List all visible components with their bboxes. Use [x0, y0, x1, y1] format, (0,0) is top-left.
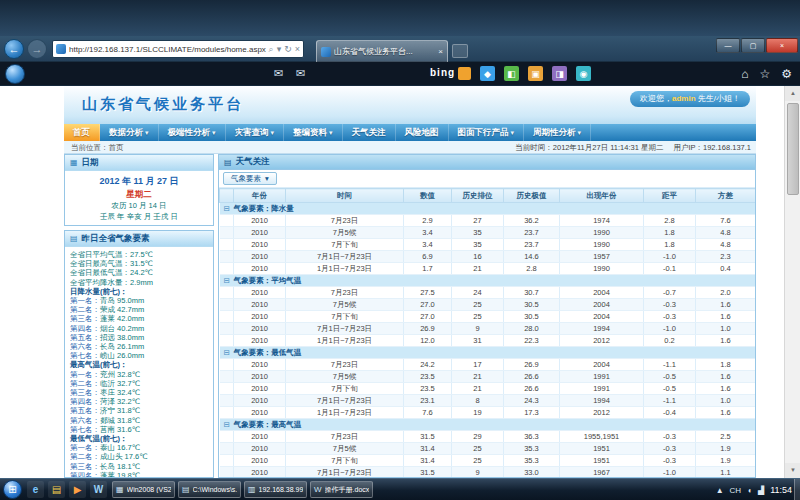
- column-header[interactable]: 数值: [404, 189, 452, 203]
- menu-item-label: 灾害查询: [235, 127, 269, 139]
- table-cell: 25: [452, 299, 504, 311]
- table-cell: 29: [452, 431, 504, 443]
- chevron-down-icon: ▾: [329, 129, 333, 137]
- command-icon-5[interactable]: ◉: [576, 66, 591, 81]
- table-group-row[interactable]: ⊟气象要素：最高气温: [220, 419, 756, 431]
- station-name: 长岛: [100, 342, 117, 351]
- tray-up-icon[interactable]: ▲: [716, 486, 724, 495]
- language-indicator[interactable]: CH: [730, 486, 742, 495]
- weather-rank-line: 第四名：烟台 40.2mm: [70, 324, 208, 333]
- mail-alt-icon[interactable]: ✉: [296, 67, 305, 80]
- table-cell: 7月下旬: [286, 239, 404, 251]
- collapse-icon[interactable]: ⊟: [224, 276, 230, 285]
- column-header[interactable]: 距平: [644, 189, 696, 203]
- taskbar-window-button-3[interactable]: ▥192.168.38.99...: [244, 481, 307, 498]
- chevron-down-icon: ▾: [212, 129, 216, 137]
- table-cell: 31.4: [404, 443, 452, 455]
- table-row: 20107月23日24.21726.92004-1.11.8: [220, 359, 756, 371]
- maximize-button[interactable]: ▢: [741, 38, 765, 53]
- network-icon[interactable]: ▟: [758, 486, 764, 495]
- row-expander-cell: [220, 239, 234, 251]
- taskbar-window-button-1[interactable]: ▦Win2008 (VS2...: [112, 481, 175, 498]
- menu-item-6[interactable]: 天气关注: [343, 124, 396, 141]
- scrollbar-thumb[interactable]: [787, 103, 799, 195]
- station-name: 蓬莱: [100, 314, 117, 323]
- rank-label: 第四名：: [70, 324, 100, 333]
- ie-icon[interactable]: e: [27, 481, 44, 498]
- word-icon[interactable]: W: [90, 481, 107, 498]
- tab-close-icon[interactable]: ×: [438, 47, 443, 56]
- url-text[interactable]: http://192.168.137.1/SLCCLIMATE/modules/…: [69, 45, 266, 54]
- refresh-icon[interactable]: ↻: [284, 44, 292, 54]
- table-group-row[interactable]: ⊟气象要素：降水量: [220, 203, 756, 215]
- home-icon[interactable]: ⌂: [741, 66, 748, 82]
- close-button[interactable]: ×: [766, 38, 798, 53]
- column-header[interactable]: 年份: [234, 189, 286, 203]
- taskbar-clock[interactable]: 11:54: [770, 485, 792, 495]
- taskbar-window-button-2[interactable]: ▤C:\Windows\s...: [178, 481, 241, 498]
- column-header[interactable]: 出现年份: [560, 189, 644, 203]
- command-icon-2[interactable]: ◧: [504, 66, 519, 81]
- taskbar-window-button-4[interactable]: W操作手册.docx -...: [310, 481, 373, 498]
- command-icon-1[interactable]: ◆: [480, 66, 495, 81]
- column-header[interactable]: 方差: [696, 189, 756, 203]
- browser-tab[interactable]: 山东省气候业务平台... ×: [316, 40, 448, 62]
- table-cell: 1951: [560, 443, 644, 455]
- mail-icon[interactable]: ✉: [274, 67, 283, 80]
- ganzhi-line: 壬辰 年 辛亥 月 壬戌 日: [65, 211, 213, 222]
- scroll-up-arrow[interactable]: ▲: [785, 86, 800, 101]
- row-expander-cell: [220, 263, 234, 275]
- bing-tile-icon[interactable]: [458, 67, 471, 80]
- vertical-scrollbar[interactable]: ▲ ▼: [784, 86, 800, 478]
- menu-item-4[interactable]: 灾害查询▾: [226, 124, 285, 141]
- minimize-button[interactable]: —: [716, 38, 740, 53]
- collapse-icon[interactable]: ⊟: [224, 204, 230, 213]
- table-group-row[interactable]: ⊟气象要素：最低气温: [220, 347, 756, 359]
- quick-launcher-icon[interactable]: [5, 64, 25, 84]
- back-button[interactable]: ←: [4, 39, 24, 59]
- folder-icon[interactable]: ▤: [48, 481, 65, 498]
- column-header[interactable]: 历史排位: [452, 189, 504, 203]
- element-filter-button[interactable]: 气象要素▾: [223, 172, 277, 185]
- command-icon-3[interactable]: ▣: [528, 66, 543, 81]
- forward-button[interactable]: →: [27, 39, 47, 59]
- show-desktop-button[interactable]: [794, 479, 800, 500]
- table-cell: 2010: [234, 227, 286, 239]
- new-tab-button[interactable]: [452, 44, 468, 58]
- gear-icon[interactable]: ⚙: [781, 66, 792, 82]
- table-group-row[interactable]: ⊟气象要素：平均气温: [220, 275, 756, 287]
- menu-item-5[interactable]: 整编资料▾: [284, 124, 343, 141]
- command-icon-4[interactable]: ◨: [552, 66, 567, 81]
- menu-item-2[interactable]: 数据分析▾: [100, 124, 159, 141]
- stop-icon[interactable]: ×: [295, 44, 300, 54]
- menu-item-1[interactable]: 首页: [64, 124, 100, 141]
- column-header[interactable]: 历史极值: [504, 189, 560, 203]
- table-cell: 2010: [234, 467, 286, 479]
- collapse-icon[interactable]: ⊟: [224, 348, 230, 357]
- table-cell: 16: [452, 251, 504, 263]
- chevron-down-icon[interactable]: ▾: [277, 44, 282, 54]
- menu-item-3[interactable]: 极端性分析▾: [159, 124, 226, 141]
- bing-logo[interactable]: bing: [430, 67, 455, 78]
- scroll-down-arrow[interactable]: ▼: [785, 463, 800, 478]
- collapse-icon[interactable]: ⊟: [224, 420, 230, 429]
- station-name: 成山头: [100, 452, 125, 461]
- volume-icon[interactable]: ◖: [747, 486, 752, 495]
- menu-item-9[interactable]: 周期性分析▾: [524, 124, 591, 141]
- browser-tools: ⌂ ☆ ⚙: [741, 66, 792, 82]
- menu-item-label: 整编资料: [293, 127, 327, 139]
- menu-item-7[interactable]: 风险地图: [396, 124, 449, 141]
- table-cell: 36.3: [504, 431, 560, 443]
- table-cell: 2.0: [696, 287, 756, 299]
- start-button[interactable]: ⊞: [3, 480, 22, 499]
- column-header[interactable]: 时间: [286, 189, 404, 203]
- table-cell: 2010: [234, 287, 286, 299]
- table-cell: 1957: [560, 251, 644, 263]
- media-player-icon[interactable]: ▶: [69, 481, 86, 498]
- table-cell: 1.6: [696, 371, 756, 383]
- menu-item-8[interactable]: 图面下行产品▾: [449, 124, 525, 141]
- address-bar[interactable]: http://192.168.137.1/SLCCLIMATE/modules/…: [52, 40, 304, 58]
- search-icon[interactable]: ⌕: [269, 44, 274, 55]
- table-cell: 35: [452, 239, 504, 251]
- favorites-icon[interactable]: ☆: [759, 66, 770, 82]
